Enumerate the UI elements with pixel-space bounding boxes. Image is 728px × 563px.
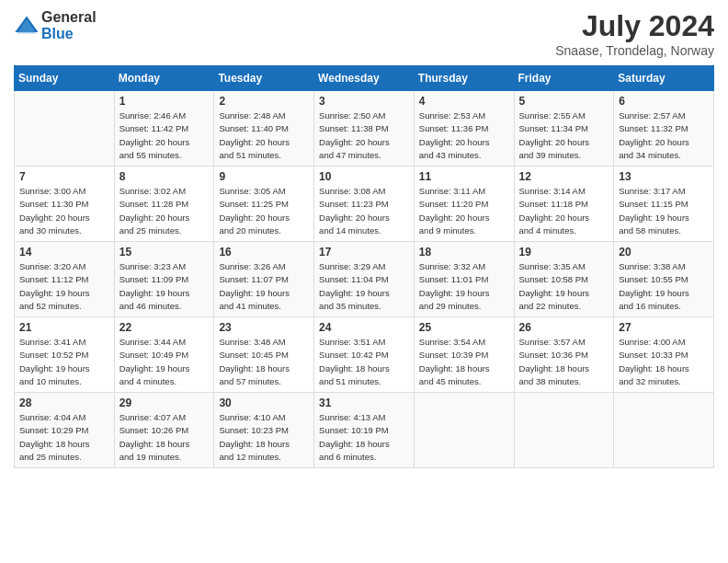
month-title: July 2024 (555, 9, 714, 43)
day-info: Sunrise: 3:11 AM Sunset: 11:20 PM Daylig… (419, 185, 509, 237)
day-number: 24 (319, 321, 409, 334)
header-day-friday: Friday (514, 66, 614, 91)
calendar-table: SundayMondayTuesdayWednesdayThursdayFrid… (14, 65, 714, 468)
day-info: Sunrise: 3:54 AM Sunset: 10:39 PM Daylig… (419, 336, 509, 388)
day-number: 9 (219, 170, 309, 183)
day-info: Sunrise: 4:00 AM Sunset: 10:33 PM Daylig… (619, 336, 709, 388)
day-info: Sunrise: 2:57 AM Sunset: 11:32 PM Daylig… (619, 109, 709, 162)
calendar-cell (614, 393, 714, 468)
title-block: July 2024 Snaase, Trondelag, Norway (555, 9, 714, 58)
calendar-cell: 2Sunrise: 2:48 AM Sunset: 11:40 PM Dayli… (214, 91, 314, 167)
calendar-cell: 23Sunrise: 3:48 AM Sunset: 10:45 PM Dayl… (214, 317, 314, 393)
calendar-cell: 26Sunrise: 3:57 AM Sunset: 10:36 PM Dayl… (514, 317, 614, 393)
day-number: 3 (319, 95, 409, 108)
day-number: 6 (619, 95, 709, 108)
day-info: Sunrise: 3:14 AM Sunset: 11:18 PM Daylig… (519, 185, 609, 237)
day-number: 1 (119, 95, 210, 108)
day-number: 4 (419, 95, 509, 108)
week-row-5: 28Sunrise: 4:04 AM Sunset: 10:29 PM Dayl… (15, 393, 714, 468)
day-number: 29 (119, 396, 210, 409)
calendar-cell: 15Sunrise: 3:23 AM Sunset: 11:09 PM Dayl… (114, 242, 214, 317)
page: General Blue July 2024 Snaase, Trondelag… (0, 0, 728, 563)
day-number: 31 (319, 396, 409, 409)
day-info: Sunrise: 3:51 AM Sunset: 10:42 PM Daylig… (319, 336, 409, 388)
week-row-4: 21Sunrise: 3:41 AM Sunset: 10:52 PM Dayl… (15, 317, 714, 393)
day-number: 15 (119, 246, 210, 259)
logo-icon (14, 13, 40, 39)
day-number: 17 (319, 246, 409, 259)
day-number: 28 (19, 396, 109, 409)
day-number: 23 (219, 321, 309, 334)
calendar-cell: 12Sunrise: 3:14 AM Sunset: 11:18 PM Dayl… (514, 167, 614, 242)
calendar-cell: 9Sunrise: 3:05 AM Sunset: 11:25 PM Dayli… (214, 167, 314, 242)
header-day-monday: Monday (114, 66, 214, 91)
calendar-cell: 30Sunrise: 4:10 AM Sunset: 10:23 PM Dayl… (214, 393, 314, 468)
day-info: Sunrise: 2:50 AM Sunset: 11:38 PM Daylig… (319, 109, 409, 162)
day-info: Sunrise: 3:48 AM Sunset: 10:45 PM Daylig… (219, 336, 309, 388)
day-info: Sunrise: 3:00 AM Sunset: 11:30 PM Daylig… (19, 185, 109, 237)
day-info: Sunrise: 3:57 AM Sunset: 10:36 PM Daylig… (519, 336, 609, 388)
header-day-thursday: Thursday (414, 66, 514, 91)
day-info: Sunrise: 3:41 AM Sunset: 10:52 PM Daylig… (19, 336, 109, 388)
calendar-cell: 10Sunrise: 3:08 AM Sunset: 11:23 PM Dayl… (314, 167, 415, 242)
calendar-cell: 20Sunrise: 3:38 AM Sunset: 10:55 PM Dayl… (614, 242, 714, 317)
day-number: 7 (19, 170, 109, 183)
calendar-cell (15, 91, 115, 167)
day-info: Sunrise: 3:05 AM Sunset: 11:25 PM Daylig… (219, 185, 309, 237)
calendar-cell: 29Sunrise: 4:07 AM Sunset: 10:26 PM Dayl… (114, 393, 214, 468)
day-number: 16 (219, 246, 309, 259)
header-day-saturday: Saturday (614, 66, 714, 91)
calendar-cell: 11Sunrise: 3:11 AM Sunset: 11:20 PM Dayl… (414, 167, 514, 242)
day-number: 18 (419, 246, 509, 259)
calendar-cell: 22Sunrise: 3:44 AM Sunset: 10:49 PM Dayl… (114, 317, 214, 393)
day-info: Sunrise: 4:13 AM Sunset: 10:19 PM Daylig… (319, 411, 409, 464)
calendar-cell: 27Sunrise: 4:00 AM Sunset: 10:33 PM Dayl… (614, 317, 714, 393)
day-number: 13 (619, 170, 709, 183)
calendar-cell: 24Sunrise: 3:51 AM Sunset: 10:42 PM Dayl… (314, 317, 415, 393)
day-number: 20 (619, 246, 709, 259)
header-day-tuesday: Tuesday (214, 66, 314, 91)
day-info: Sunrise: 2:55 AM Sunset: 11:34 PM Daylig… (519, 109, 609, 162)
header-row: SundayMondayTuesdayWednesdayThursdayFrid… (15, 66, 714, 91)
week-row-2: 7Sunrise: 3:00 AM Sunset: 11:30 PM Dayli… (15, 167, 714, 242)
day-info: Sunrise: 3:20 AM Sunset: 11:12 PM Daylig… (19, 260, 109, 313)
calendar-cell: 17Sunrise: 3:29 AM Sunset: 11:04 PM Dayl… (314, 242, 415, 317)
day-number: 11 (419, 170, 509, 183)
day-info: Sunrise: 4:04 AM Sunset: 10:29 PM Daylig… (19, 411, 109, 464)
day-number: 21 (19, 321, 109, 334)
calendar-cell (514, 393, 614, 468)
day-info: Sunrise: 3:26 AM Sunset: 11:07 PM Daylig… (219, 260, 309, 313)
day-number: 14 (19, 246, 109, 259)
header-day-sunday: Sunday (15, 66, 115, 91)
day-info: Sunrise: 3:44 AM Sunset: 10:49 PM Daylig… (119, 336, 210, 388)
day-number: 12 (519, 170, 609, 183)
day-number: 25 (419, 321, 509, 334)
calendar-cell: 1Sunrise: 2:46 AM Sunset: 11:42 PM Dayli… (114, 91, 214, 167)
calendar-cell: 3Sunrise: 2:50 AM Sunset: 11:38 PM Dayli… (314, 91, 415, 167)
day-info: Sunrise: 3:23 AM Sunset: 11:09 PM Daylig… (119, 260, 210, 313)
calendar-cell: 25Sunrise: 3:54 AM Sunset: 10:39 PM Dayl… (414, 317, 514, 393)
day-info: Sunrise: 2:48 AM Sunset: 11:40 PM Daylig… (219, 109, 309, 162)
day-info: Sunrise: 4:07 AM Sunset: 10:26 PM Daylig… (119, 411, 210, 464)
calendar-cell: 18Sunrise: 3:32 AM Sunset: 11:01 PM Dayl… (414, 242, 514, 317)
header-day-wednesday: Wednesday (314, 66, 415, 91)
calendar-cell: 31Sunrise: 4:13 AM Sunset: 10:19 PM Dayl… (314, 393, 415, 468)
calendar-cell: 28Sunrise: 4:04 AM Sunset: 10:29 PM Dayl… (15, 393, 115, 468)
calendar-cell: 16Sunrise: 3:26 AM Sunset: 11:07 PM Dayl… (214, 242, 314, 317)
day-info: Sunrise: 2:46 AM Sunset: 11:42 PM Daylig… (119, 109, 210, 162)
calendar-cell: 8Sunrise: 3:02 AM Sunset: 11:28 PM Dayli… (114, 167, 214, 242)
day-info: Sunrise: 3:08 AM Sunset: 11:23 PM Daylig… (319, 185, 409, 237)
calendar-cell: 5Sunrise: 2:55 AM Sunset: 11:34 PM Dayli… (514, 91, 614, 167)
day-info: Sunrise: 4:10 AM Sunset: 10:23 PM Daylig… (219, 411, 309, 464)
calendar-cell: 14Sunrise: 3:20 AM Sunset: 11:12 PM Dayl… (15, 242, 115, 317)
day-info: Sunrise: 3:17 AM Sunset: 11:15 PM Daylig… (619, 185, 709, 237)
week-row-3: 14Sunrise: 3:20 AM Sunset: 11:12 PM Dayl… (15, 242, 714, 317)
day-number: 27 (619, 321, 709, 334)
location: Snaase, Trondelag, Norway (555, 43, 714, 58)
day-number: 5 (519, 95, 609, 108)
calendar-cell (414, 393, 514, 468)
week-row-1: 1Sunrise: 2:46 AM Sunset: 11:42 PM Dayli… (15, 91, 714, 167)
logo: General Blue (14, 9, 97, 42)
calendar-cell: 21Sunrise: 3:41 AM Sunset: 10:52 PM Dayl… (15, 317, 115, 393)
calendar-cell: 13Sunrise: 3:17 AM Sunset: 11:15 PM Dayl… (614, 167, 714, 242)
